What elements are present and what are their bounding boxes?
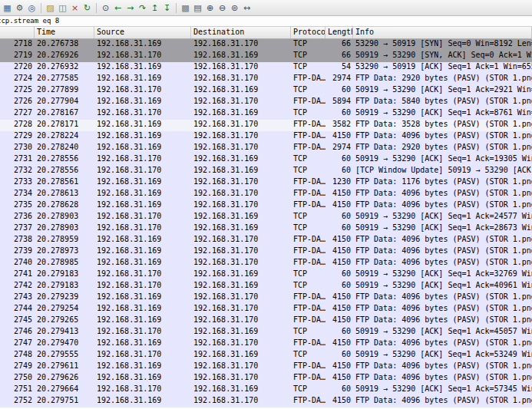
packet-destination: 192.168.31.170 — [191, 338, 291, 350]
packet-source: 192.168.31.170 — [94, 350, 191, 361]
capture-options-icon[interactable]: ⚙ — [14, 2, 25, 15]
packet-row-2741[interactable]: 274120.279183192.168.31.170192.168.31.16… — [0, 269, 532, 281]
go-bottom-icon[interactable]: ↧ — [161, 2, 173, 15]
packet-row-2731[interactable]: 273120.278556192.168.31.170192.168.31.16… — [0, 154, 532, 166]
packet-row-2733[interactable]: 273320.278561192.168.31.169192.168.31.17… — [0, 177, 532, 189]
packet-source: 192.168.31.169 — [94, 131, 191, 143]
packet-info: FTP Data: 2920 bytes (PASV) (STOR 1.png) — [353, 74, 532, 85]
file-open-icon[interactable]: ▨ — [45, 2, 56, 15]
packet-time: 20.278628 — [35, 200, 94, 212]
packet-number: 2727 — [0, 108, 35, 120]
packet-info: 50919 → 53290 [ACK] Seq=1 Ack=24577 Win=… — [353, 212, 532, 223]
zoom-out-icon[interactable]: ⊖ — [216, 2, 228, 15]
packet-time: 20.278556 — [35, 154, 94, 166]
filter-bar[interactable]: tcp.stream eq 8 — [0, 16, 532, 27]
colorize-icon[interactable]: ▩ — [180, 2, 191, 15]
packet-row-2727[interactable]: 272720.278167192.168.31.170192.168.31.16… — [0, 108, 532, 120]
packet-number: 2749 — [0, 361, 35, 373]
column-header-len[interactable]: Length — [325, 27, 353, 38]
packet-source: 192.168.31.170 — [94, 51, 191, 62]
packet-length: 66 — [325, 51, 353, 62]
packet-row-2737[interactable]: 273720.278903192.168.31.170192.168.31.16… — [0, 223, 532, 235]
packet-row-2729[interactable]: 272920.278224192.168.31.169192.168.31.17… — [0, 131, 532, 143]
packet-row-2751[interactable]: 275120.279664192.168.31.170192.168.31.16… — [0, 384, 532, 396]
packet-row-2735[interactable]: 273520.278628192.168.31.169192.168.31.17… — [0, 200, 532, 212]
packet-row-2747[interactable]: 274720.279470192.168.31.169192.168.31.17… — [0, 338, 532, 350]
column-header-info[interactable]: Info — [353, 27, 532, 38]
column-header-src[interactable]: Source — [94, 27, 191, 38]
packet-length: 4150 — [325, 189, 353, 200]
packet-info: FTP Data: 4096 bytes (PASV) (STOR 1.png) — [353, 200, 532, 212]
go-forward-icon[interactable]: → — [124, 2, 136, 15]
packet-number: 2748 — [0, 350, 35, 361]
packet-row-2732[interactable]: 273220.278556192.168.31.170192.168.31.16… — [0, 166, 532, 177]
column-header-proto[interactable]: Protocol — [291, 27, 325, 38]
packet-destination: 192.168.31.170 — [191, 143, 291, 154]
packet-row-2745[interactable]: 274520.279265192.168.31.169192.168.31.17… — [0, 315, 532, 327]
packet-number: 2734 — [0, 189, 35, 200]
capture-start-icon[interactable]: ◎ — [26, 2, 38, 15]
packet-source: 192.168.31.170 — [94, 281, 191, 292]
packet-time: 20.276932 — [35, 62, 94, 74]
packet-length: 4150 — [325, 315, 353, 327]
packet-time: 20.277904 — [35, 97, 94, 108]
packet-row-2725[interactable]: 272520.277899192.168.31.170192.168.31.16… — [0, 85, 532, 97]
file-save-icon[interactable]: ◫ — [57, 2, 68, 15]
packet-destination: 192.168.31.169 — [191, 108, 291, 120]
packet-time: 20.278985 — [35, 258, 94, 269]
go-top-icon[interactable]: ↥ — [149, 2, 160, 15]
go-to-packet-icon[interactable]: ↷ — [137, 2, 148, 15]
packet-length: 5894 — [325, 97, 353, 108]
packet-protocol: FTP-DA… — [291, 292, 325, 304]
packet-destination: 192.168.31.170 — [191, 177, 291, 189]
packet-row-2748[interactable]: 274820.279555192.168.31.170192.168.31.16… — [0, 350, 532, 361]
packet-row-2739[interactable]: 273920.278973192.168.31.169192.168.31.17… — [0, 246, 532, 258]
packet-row-2719[interactable]: 271920.276926192.168.31.170192.168.31.16… — [0, 51, 532, 62]
zoom-100-icon[interactable]: ⊚ — [229, 2, 240, 15]
go-back-icon[interactable]: ← — [112, 2, 124, 15]
packet-number: 2735 — [0, 200, 35, 212]
packet-row-2736[interactable]: 273620.278903192.168.31.170192.168.31.16… — [0, 212, 532, 223]
packet-time: 20.279413 — [35, 327, 94, 338]
file-close-icon[interactable]: × — [69, 2, 81, 15]
packet-length: 60 — [325, 166, 353, 177]
packet-row-2730[interactable]: 273020.278240192.168.31.169192.168.31.17… — [0, 143, 532, 154]
toolbar-separator — [41, 3, 41, 13]
column-header-no[interactable] — [0, 27, 35, 38]
packet-info: 50919 → 53290 [ACK] Seq=1 Ack=40961 Win=… — [353, 281, 532, 292]
packet-row-2724[interactable]: 272420.277585192.168.31.169192.168.31.17… — [0, 74, 532, 85]
find-packet-icon[interactable]: ⊙ — [100, 2, 111, 15]
packet-length: 2974 — [325, 74, 353, 85]
packet-row-2744[interactable]: 274420.279254192.168.31.169192.168.31.17… — [0, 304, 532, 315]
packet-row-2734[interactable]: 273420.278613192.168.31.169192.168.31.17… — [0, 189, 532, 200]
packet-row-2743[interactable]: 274320.279239192.168.31.169192.168.31.17… — [0, 292, 532, 304]
packet-number: 2742 — [0, 281, 35, 292]
packet-row-2720[interactable]: 272020.276932192.168.31.169192.168.31.17… — [0, 62, 532, 74]
column-header-dst[interactable]: Destination — [191, 27, 291, 38]
packet-row-2738[interactable]: 273820.278959192.168.31.169192.168.31.17… — [0, 235, 532, 246]
reload-icon[interactable]: ↻ — [81, 2, 93, 15]
packet-number: 2750 — [0, 373, 35, 384]
packet-length: 4150 — [325, 373, 353, 384]
packet-row-2728[interactable]: 272820.278171192.168.31.169192.168.31.17… — [0, 120, 532, 131]
packet-protocol: FTP-DA… — [291, 246, 325, 258]
packet-source: 192.168.31.170 — [94, 327, 191, 338]
packet-time: 20.279254 — [35, 304, 94, 315]
filter-input[interactable]: tcp.stream eq 8 — [0, 16, 59, 26]
interface-list-icon[interactable]: ▦ — [2, 2, 13, 15]
packet-time: 20.279183 — [35, 269, 94, 281]
packet-row-2718[interactable]: 271820.276738192.168.31.169192.168.31.17… — [0, 39, 532, 51]
packet-list-layout-icon[interactable]: ▤ — [192, 2, 203, 15]
column-header-time[interactable]: Time — [35, 27, 94, 38]
packet-row-2742[interactable]: 274220.279183192.168.31.170192.168.31.16… — [0, 281, 532, 292]
packet-row-2750[interactable]: 275020.279626192.168.31.169192.168.31.17… — [0, 373, 532, 384]
packet-row-2746[interactable]: 274620.279413192.168.31.170192.168.31.16… — [0, 327, 532, 338]
packet-length: 60 — [325, 154, 353, 166]
packet-row-2749[interactable]: 274920.279611192.168.31.169192.168.31.17… — [0, 361, 532, 373]
packet-row-2726[interactable]: 272620.277904192.168.31.169192.168.31.17… — [0, 97, 532, 108]
packet-row-2740[interactable]: 274020.278985192.168.31.169192.168.31.17… — [0, 258, 532, 269]
packet-row-2752[interactable]: 275220.279751192.168.31.169192.168.31.17… — [0, 396, 532, 407]
packet-length: 4150 — [325, 292, 353, 304]
resize-columns-icon[interactable]: ↔ — [241, 2, 253, 15]
zoom-in-icon[interactable]: ⊕ — [204, 2, 216, 15]
